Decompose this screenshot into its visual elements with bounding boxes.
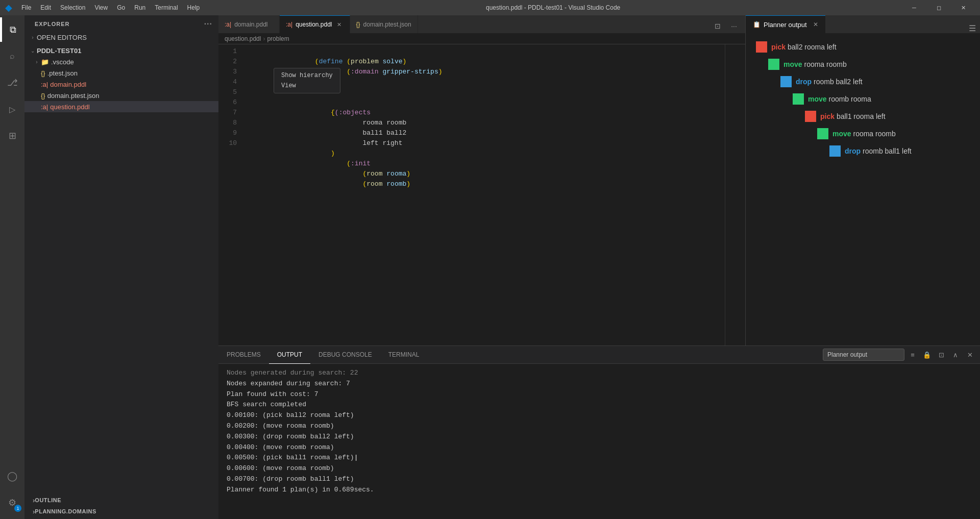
breadcrumb-sep: › bbox=[263, 35, 265, 42]
activity-account[interactable]: ◯ bbox=[0, 464, 24, 488]
split-editor-button[interactable]: ⊡ bbox=[710, 19, 725, 33]
planner-tab-bar: 📋 Planner output ✕ ☰ bbox=[746, 15, 980, 33]
plan-step-7-text: drop roomb ball1 left bbox=[845, 147, 912, 155]
output-line-8: 0.00400: (move roomb rooma) bbox=[227, 442, 972, 453]
maximize-button[interactable]: ◻ bbox=[927, 0, 950, 15]
planner-tab-icon: 📋 bbox=[753, 21, 761, 28]
panel-tab-problems[interactable]: PROBLEMS bbox=[218, 346, 269, 364]
plan-step-5: pick ball1 rooma left bbox=[805, 111, 970, 122]
output-line-11: 0.00700: (drop roomb ball1 left) bbox=[227, 474, 972, 485]
popup-view[interactable]: View bbox=[278, 81, 336, 91]
question-pddl-label: question.pddl bbox=[50, 103, 89, 111]
activity-run[interactable]: ▷ bbox=[0, 97, 24, 121]
sidebar-item-domain-pddl[interactable]: :a| domain.pddl bbox=[24, 79, 218, 90]
tab-bar-actions: ⊡ ··· bbox=[706, 19, 745, 33]
menu-view[interactable]: View bbox=[90, 3, 112, 12]
sidebar-item-outline[interactable]: › OUTLINE bbox=[24, 495, 218, 506]
sidebar: EXPLORER ··· › OPEN EDITORS ⌄ PDDL-TEST0… bbox=[24, 15, 218, 519]
output-line-7: 0.00300: (drop roomb ball2 left) bbox=[227, 432, 972, 442]
plan-step-6-color bbox=[817, 128, 828, 139]
panel-content[interactable]: Nodes generated during search: 22 Nodes … bbox=[218, 364, 980, 519]
vscode-label: .vscode bbox=[51, 58, 74, 66]
context-popup[interactable]: Show hierarchy View bbox=[274, 68, 340, 93]
sidebar-item-question-pddl[interactable]: :a| question.pddl bbox=[24, 101, 218, 112]
panel-tab-terminal[interactable]: TERMINAL bbox=[380, 346, 428, 364]
menu-selection[interactable]: Selection bbox=[56, 3, 89, 12]
plan-step-6: move rooma roomb bbox=[817, 128, 970, 139]
panel-clear-button[interactable]: ≡ bbox=[906, 349, 919, 361]
sidebar-footer: › OUTLINE › PLANNING.DOMAINS bbox=[24, 492, 218, 519]
panel-lock-button[interactable]: 🔒 bbox=[921, 349, 933, 361]
breadcrumb-file[interactable]: question.pddl bbox=[225, 35, 261, 42]
panel-tab-output[interactable]: OUTPUT bbox=[269, 346, 310, 364]
menu-help[interactable]: Help bbox=[183, 3, 204, 12]
tab-domain-pddl-icon: :a| bbox=[225, 21, 231, 28]
sidebar-item-planning-domains[interactable]: › PLANNING.DOMAINS bbox=[24, 506, 218, 517]
plan-step-4: move roomb rooma bbox=[793, 93, 970, 105]
output-line-9: 0.00500: (pick ball1 rooma left) bbox=[227, 453, 972, 463]
question-pddl-icon: :a| bbox=[41, 103, 48, 111]
output-line-6: 0.00200: (move rooma roomb) bbox=[227, 421, 972, 432]
menu-go[interactable]: Go bbox=[113, 3, 129, 12]
planner-tab-label: Planner output bbox=[764, 21, 807, 29]
plan-step-5-color bbox=[805, 111, 816, 122]
plan-step-1: pick ball2 rooma left bbox=[756, 41, 970, 53]
activity-settings[interactable]: ⚙ 1 bbox=[0, 490, 24, 515]
panel-collapse-up-button[interactable]: ∧ bbox=[949, 349, 962, 361]
domain-ptest-json-label: domain.ptest.json bbox=[47, 92, 100, 100]
tab-domain-pddl[interactable]: :a| domain.pddl bbox=[218, 15, 280, 33]
plan-step-3-color bbox=[780, 76, 792, 87]
output-line-10: 0.00600: (move rooma roomb) bbox=[227, 463, 972, 474]
panel-open-button[interactable]: ⊡ bbox=[935, 349, 947, 361]
output-line-3: Plan found with cost: 7 bbox=[227, 389, 972, 400]
tab-question-pddl[interactable]: :a| question.pddl ✕ bbox=[280, 15, 350, 33]
more-tabs-button[interactable]: ··· bbox=[727, 19, 741, 33]
sidebar-item-ptest-json[interactable]: {} .ptest.json bbox=[24, 67, 218, 79]
sidebar-item-open-editors[interactable]: › OPEN EDITORS bbox=[24, 32, 218, 43]
output-dropdown-container: Planner output Tasks bbox=[823, 349, 904, 361]
activity-extensions[interactable]: ⊞ bbox=[0, 123, 24, 148]
plan-step-7-color bbox=[829, 145, 841, 157]
planner-tab[interactable]: 📋 Planner output ✕ bbox=[746, 15, 825, 33]
open-editors-label: OPEN EDITORS bbox=[37, 34, 87, 41]
panel-close-button[interactable]: ✕ bbox=[964, 349, 976, 361]
planning-domains-label: PLANNING.DOMAINS bbox=[35, 508, 96, 514]
close-button[interactable]: ✕ bbox=[951, 0, 975, 15]
sidebar-header: EXPLORER ··· bbox=[24, 15, 218, 31]
panel-tab-bar: PROBLEMS OUTPUT DEBUG CONSOLE TERMINAL P… bbox=[218, 346, 980, 364]
vscode-chevron: › bbox=[33, 59, 41, 65]
popup-show-hierarchy[interactable]: Show hierarchy bbox=[278, 70, 336, 81]
panel-tab-debug[interactable]: DEBUG CONSOLE bbox=[310, 346, 380, 364]
menu-file[interactable]: File bbox=[17, 3, 35, 12]
menu-bar: File Edit Selection View Go Run Terminal… bbox=[17, 3, 204, 12]
breadcrumb-symbol[interactable]: problem bbox=[267, 35, 289, 42]
menu-terminal[interactable]: Terminal bbox=[151, 3, 182, 12]
tab-question-pddl-close[interactable]: ✕ bbox=[335, 20, 344, 29]
sidebar-item-root[interactable]: ⌄ PDDL-TEST01 bbox=[24, 45, 218, 56]
planner-hamburger-icon[interactable]: ☰ bbox=[969, 23, 976, 33]
output-line-5: 0.00100: (pick ball2 rooma left) bbox=[227, 410, 972, 421]
vscode-folder-icon: 📁 bbox=[41, 58, 49, 66]
menu-edit[interactable]: Edit bbox=[36, 3, 55, 12]
code-content[interactable]: (define (problem solve) (:domain gripper… bbox=[243, 44, 725, 345]
editor-tab-bar: :a| domain.pddl :a| question.pddl ✕ {} d… bbox=[218, 15, 745, 33]
breadcrumb: question.pddl › problem bbox=[218, 33, 745, 44]
activity-git[interactable]: ⎇ bbox=[0, 70, 24, 95]
domain-pddl-icon: :a| bbox=[41, 81, 48, 88]
code-line-3: {(:objects bbox=[251, 97, 725, 108]
minimize-button[interactable]: ─ bbox=[902, 0, 926, 15]
code-editor[interactable]: 12345 678910 (define (problem solve) (:d… bbox=[218, 44, 745, 345]
menu-run[interactable]: Run bbox=[130, 3, 150, 12]
planner-tab-close[interactable]: ✕ bbox=[813, 21, 818, 28]
line-numbers: 12345 678910 bbox=[218, 44, 243, 345]
output-dropdown[interactable]: Planner output Tasks bbox=[823, 349, 904, 361]
editor-area: :a| domain.pddl :a| question.pddl ✕ {} d… bbox=[218, 15, 980, 519]
activity-files[interactable]: ⧉ bbox=[0, 17, 24, 42]
tab-domain-ptest-json[interactable]: {} domain.ptest.json bbox=[350, 15, 418, 33]
tab-domain-ptest-json-label: domain.ptest.json bbox=[363, 21, 411, 28]
sidebar-item-vscode[interactable]: › 📁 .vscode bbox=[24, 56, 218, 67]
activity-search[interactable]: ⌕ bbox=[0, 44, 24, 68]
sidebar-item-domain-ptest-json[interactable]: {} domain.ptest.json bbox=[24, 90, 218, 101]
tab-question-pddl-icon: :a| bbox=[286, 21, 292, 28]
sidebar-more-button[interactable]: ··· bbox=[204, 19, 212, 29]
